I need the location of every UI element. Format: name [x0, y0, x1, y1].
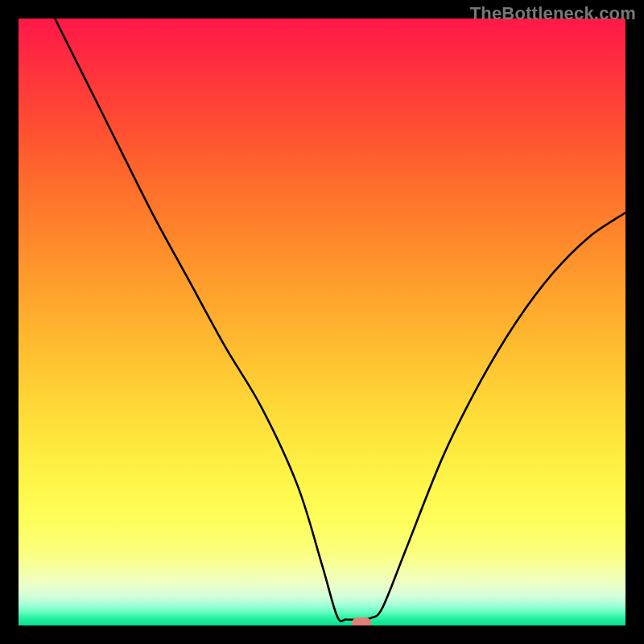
- bottleneck-curve: [19, 19, 625, 625]
- optimal-marker: [352, 617, 371, 625]
- watermark-text: TheBottleneck.com: [470, 3, 636, 24]
- plot-area: [19, 19, 625, 625]
- chart-frame: TheBottleneck.com: [0, 0, 644, 644]
